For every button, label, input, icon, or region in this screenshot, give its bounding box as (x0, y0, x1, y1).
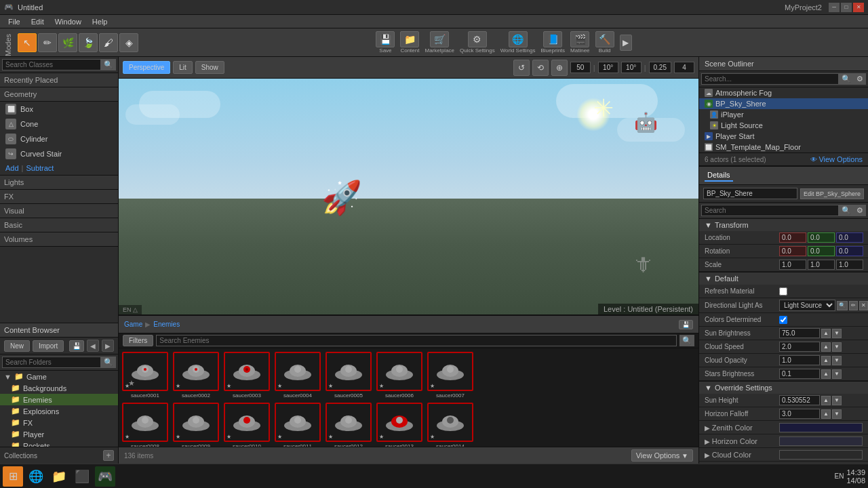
menu-help[interactable]: Help (87, 16, 113, 27)
location-y[interactable] (808, 232, 835, 243)
tab-details[interactable]: Details (705, 169, 733, 182)
assets-search-input[interactable] (156, 335, 677, 346)
folder-enemies[interactable]: 📁 Enemies (0, 394, 118, 405)
location-z[interactable] (836, 232, 863, 243)
directional-light-clear[interactable]: ✕ (859, 301, 868, 310)
asset-saucer0013[interactable]: ★ saucer0013 (375, 401, 424, 447)
taskbar-explorer[interactable]: 📁 (49, 466, 69, 487)
override-header[interactable]: ▼ Override Settings (699, 382, 868, 394)
volumes-header[interactable]: Volumes (0, 232, 118, 247)
asset-saucer0008[interactable]: ★ saucer0008 (121, 401, 170, 447)
new-button[interactable]: New (4, 340, 30, 352)
nav-forward-button[interactable]: ▶ (102, 340, 114, 352)
outliner-item-atmospheric-fog[interactable]: ☁ Atmospheric Fog (699, 87, 868, 98)
menu-edit[interactable]: Edit (26, 16, 50, 27)
cloud-opacity-up[interactable]: ▲ (821, 356, 831, 365)
asset-saucer0005[interactable]: ★ saucer0005 (324, 350, 373, 400)
sun-height-input[interactable] (779, 395, 820, 405)
menu-window[interactable]: Window (50, 16, 87, 27)
folder-fx[interactable]: 📁 FX (0, 417, 118, 428)
cloud-speed-down[interactable]: ▼ (832, 342, 842, 352)
horizon-falloff-up[interactable]: ▲ (821, 409, 831, 419)
basic-header[interactable]: Basic (0, 218, 118, 232)
nav-back-button[interactable]: ◀ (87, 340, 99, 352)
outliner-search-input[interactable] (701, 73, 839, 85)
content-button[interactable]: 📁 Content (400, 31, 419, 54)
cloud-speed-input[interactable] (779, 342, 820, 352)
transform-header[interactable]: ▼ Transform (699, 219, 868, 231)
path-enemies[interactable]: Enemies (153, 321, 180, 328)
tool-landscape[interactable]: 🌿 (58, 33, 77, 52)
matinee-button[interactable]: 🎬 Matinee (570, 31, 589, 54)
view-options-outliner[interactable]: 👁 View Options (810, 155, 863, 163)
asset-saucer0002[interactable]: ★ saucer0002 (172, 350, 220, 400)
visual-header[interactable]: Visual (0, 204, 118, 218)
tool-geometry[interactable]: ◈ (119, 33, 138, 52)
selected-actor-name[interactable] (703, 188, 797, 199)
horizon-falloff-down[interactable]: ▼ (832, 409, 842, 419)
cloud-speed-up[interactable]: ▲ (821, 342, 831, 352)
directional-light-pick[interactable]: 🔍 (837, 301, 848, 310)
search-classes-button[interactable]: 🔍 (101, 59, 116, 70)
asset-saucer0012[interactable]: ★ saucer0012 (324, 401, 373, 447)
vp-icon-btn-3[interactable]: ⊕ (551, 60, 568, 76)
colors-determined-checkbox[interactable] (779, 316, 787, 324)
folder-explosions[interactable]: 📁 Explosions (0, 405, 118, 417)
taskbar-ue4[interactable]: 🎮 (95, 466, 115, 487)
sun-brightness-input[interactable] (779, 328, 820, 338)
perspective-button[interactable]: Perspective (123, 61, 170, 74)
cylinder-item[interactable]: ⬭ Cylinder (0, 131, 118, 146)
sun-brightness-down[interactable]: ▼ (832, 329, 842, 338)
taskbar-start[interactable]: ⊞ (3, 466, 23, 487)
rotation-y[interactable] (808, 246, 835, 256)
add-collection-button[interactable]: + (103, 450, 114, 461)
outliner-settings-button[interactable]: ⚙ (854, 73, 866, 85)
search-folders-input[interactable] (2, 357, 101, 368)
sun-height-down[interactable]: ▼ (832, 396, 842, 405)
subtract-button[interactable]: Subtract (26, 164, 54, 172)
sun-brightness-up[interactable]: ▲ (821, 329, 831, 338)
asset-saucer0001[interactable]: ★★ saucer0001 (121, 350, 170, 400)
taskbar-terminal[interactable]: ⬛ (72, 466, 92, 487)
view-options-button[interactable]: View Options ▼ (631, 449, 693, 462)
tool-paint[interactable]: 🖌 (99, 33, 118, 52)
search-folders-button[interactable]: 🔍 (101, 357, 116, 368)
assets-grid[interactable]: ★★ saucer0001 ★ saucer0002 ★ saucer0003 (119, 348, 698, 447)
geometry-header[interactable]: Geometry (0, 87, 118, 102)
vp-icon-btn-2[interactable]: ⟲ (532, 60, 549, 76)
box-item[interactable]: ⬜ Box (0, 102, 118, 117)
folder-rockets[interactable]: 📁 Rockets (0, 440, 118, 447)
quick-settings-button[interactable]: ⚙ Quick Settings (460, 31, 495, 54)
save-button[interactable]: 💾 Save (376, 31, 395, 54)
location-x[interactable] (779, 232, 806, 243)
taskbar-chrome[interactable]: 🌐 (26, 466, 46, 487)
outliner-item-bp-sky[interactable]: ◉ BP_Sky_Shere (699, 98, 868, 109)
lights-header[interactable]: Lights (0, 176, 118, 190)
add-button[interactable]: Add (5, 164, 19, 172)
save-all-button[interactable]: 💾 (69, 340, 84, 352)
stars-brightness-input[interactable] (779, 369, 820, 379)
refresh-material-checkbox[interactable] (779, 287, 787, 296)
cone-item[interactable]: △ Cone (0, 117, 118, 131)
edit-bp-button[interactable]: Edit BP_Sky_Sphere (800, 188, 864, 199)
stars-brightness-down[interactable]: ▼ (832, 369, 842, 379)
default-header[interactable]: ▼ Default (699, 272, 868, 285)
folder-game[interactable]: ▼ 📁 Game (0, 371, 118, 382)
lit-button[interactable]: Lit (173, 61, 193, 74)
import-button[interactable]: Import (33, 340, 64, 352)
asset-saucer0007[interactable]: ★ saucer0007 (426, 350, 475, 400)
world-settings-button[interactable]: 🌐 World Settings (500, 31, 536, 54)
assets-search-button[interactable]: 🔍 (679, 335, 694, 346)
outliner-item-sm-floor[interactable]: ⬜ SM_Template_Map_Floor (699, 142, 868, 152)
maximize-button[interactable]: □ (841, 3, 852, 12)
scale-y[interactable] (808, 260, 835, 270)
directional-light-edit[interactable]: ✏ (849, 301, 858, 310)
tool-foliage[interactable]: 🍃 (79, 33, 98, 52)
rotation-z[interactable] (836, 246, 863, 256)
outliner-item-light-source[interactable]: ☀ Light Source (699, 120, 868, 131)
asset-saucer0014[interactable]: ★ saucer0014 (426, 401, 475, 447)
path-game[interactable]: Game (124, 321, 142, 328)
build-button[interactable]: 🔨 Build (595, 31, 614, 54)
minimize-button[interactable]: ─ (829, 3, 840, 12)
details-search-button[interactable]: 🔍 (839, 205, 854, 216)
